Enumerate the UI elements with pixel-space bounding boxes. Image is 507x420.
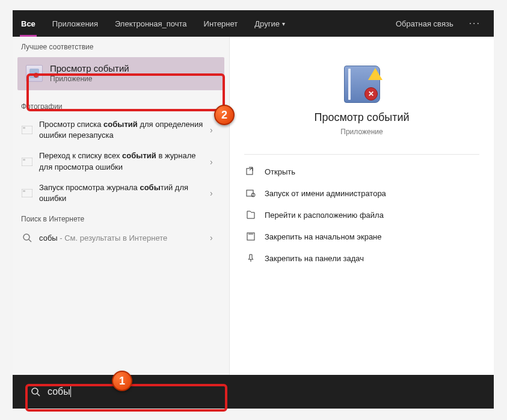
action-list: Открыть Запуск от имени администратора П… — [230, 157, 494, 273]
action-open-location-label: Перейти к расположению файла — [265, 211, 384, 220]
preview-app-icon: ✕ — [344, 66, 380, 103]
best-match-text: Просмотр событий Приложение — [50, 63, 129, 83]
photo-result-1[interactable]: Переход к списку всех событий в журнале … — [13, 146, 229, 177]
tab-more-label: Другие — [254, 19, 280, 28]
photo-result-text: Переход к списку всех событий в журнале … — [39, 150, 204, 172]
preview-panel: ✕ Просмотр событий Приложение Открыть За… — [229, 37, 494, 375]
search-field-container[interactable]: собы — [26, 380, 230, 404]
tab-all[interactable]: Все — [13, 10, 44, 37]
web-search-text: собы - См. результаты в Интернете — [39, 233, 167, 242]
action-run-admin-label: Запуск от имени администратора — [265, 189, 386, 198]
results-panel: Лучшее соответствие ✕ Просмотр событий П… — [13, 37, 229, 375]
svg-rect-6 — [23, 159, 25, 161]
tab-email-label: Электронная_почта — [115, 19, 187, 28]
svg-text:✕: ✕ — [35, 73, 38, 77]
tab-email[interactable]: Электронная_почта — [106, 10, 195, 37]
open-icon — [245, 166, 256, 177]
filter-tabs: Все Приложения Электронная_почта Интерне… — [13, 10, 494, 37]
chevron-right-icon: › — [210, 125, 221, 135]
tab-internet-label: Интернет — [204, 19, 238, 28]
feedback-link[interactable]: Обратная связь — [389, 19, 461, 28]
photo-icon — [21, 156, 33, 168]
best-match-section: ✕ Просмотр событий Приложение — [13, 57, 229, 90]
search-input[interactable]: собы — [48, 386, 230, 398]
pin-taskbar-icon — [245, 253, 256, 264]
admin-icon — [245, 188, 256, 199]
body: Лучшее соответствие ✕ Просмотр событий П… — [13, 37, 494, 375]
search-bar: собы — [13, 375, 494, 409]
svg-rect-11 — [247, 168, 253, 174]
svg-point-9 — [23, 234, 29, 240]
action-pin-taskbar[interactable]: Закрепить на панели задач — [244, 247, 479, 269]
more-button[interactable]: ··· — [461, 18, 489, 29]
search-icon — [31, 387, 40, 397]
photo-icon — [21, 124, 33, 136]
event-viewer-icon: ✕ — [26, 65, 43, 82]
photo-result-2[interactable]: Запуск просмотра журнала событий для оши… — [13, 178, 229, 209]
chevron-right-icon: › — [210, 188, 221, 198]
web-search-item[interactable]: собы - См. результаты в Интернете › — [13, 227, 229, 249]
svg-line-10 — [29, 239, 31, 242]
tab-apps-label: Приложения — [52, 19, 98, 28]
search-window: Все Приложения Электронная_почта Интерне… — [13, 10, 494, 409]
best-match-subtitle: Приложение — [50, 75, 129, 83]
svg-rect-4 — [23, 127, 25, 129]
action-open[interactable]: Открыть — [244, 161, 479, 182]
action-open-location[interactable]: Перейти к расположению файла — [244, 204, 479, 226]
chevron-right-icon: › — [210, 157, 221, 167]
photo-result-text: Просмотр списка событий для определения … — [39, 119, 204, 141]
action-pin-start[interactable]: Закрепить на начальном экране — [244, 226, 479, 247]
tab-all-label: Все — [21, 19, 35, 28]
feedback-label: Обратная связь — [396, 19, 453, 28]
chevron-right-icon: › — [210, 233, 221, 242]
preview-subtitle: Приложение — [244, 128, 479, 155]
chevron-down-icon: ▾ — [282, 20, 285, 27]
photo-result-text: Запуск просмотра журнала событий для оши… — [39, 182, 204, 204]
folder-icon — [245, 209, 256, 220]
tab-internet[interactable]: Интернет — [195, 10, 247, 37]
photo-result-0[interactable]: Просмотр списка событий для определения … — [13, 114, 229, 146]
svg-line-18 — [37, 394, 40, 396]
photos-header: Фотографии — [13, 96, 229, 114]
tab-apps[interactable]: Приложения — [44, 10, 106, 37]
action-pin-taskbar-label: Закрепить на панели задач — [265, 254, 364, 263]
best-match-header: Лучшее соответствие — [13, 37, 229, 55]
tab-more[interactable]: Другие ▾ — [246, 10, 293, 37]
action-run-admin[interactable]: Запуск от имени администратора — [244, 182, 479, 204]
best-match-title: Просмотр событий — [50, 63, 129, 73]
action-open-label: Открыть — [265, 167, 295, 176]
svg-rect-8 — [23, 190, 25, 192]
preview-title: Просмотр событий — [230, 111, 494, 124]
web-search-header: Поиск в Интернете — [13, 209, 229, 227]
action-pin-start-label: Закрепить на начальном экране — [265, 232, 382, 241]
best-match-item[interactable]: ✕ Просмотр событий Приложение — [17, 57, 224, 90]
search-icon — [21, 232, 33, 244]
svg-point-17 — [32, 388, 38, 394]
pin-start-icon — [245, 231, 256, 242]
photo-icon — [21, 187, 33, 199]
